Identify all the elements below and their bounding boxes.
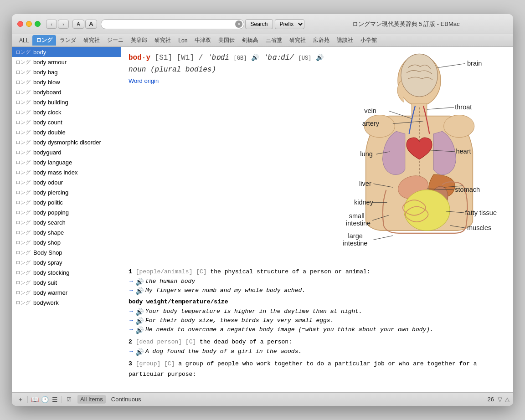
sidebar-item-body-double[interactable]: ロング body double [12,127,121,137]
history-icon[interactable]: 🕐 [40,394,50,405]
tab-jeanie[interactable]: ジーニ [103,35,127,46]
sidebar-item-body-popping[interactable]: ロング body popping [12,207,121,217]
minimize-button[interactable] [26,21,32,27]
search-area: body × Search Prefix [101,19,304,29]
sidebar-word: body [33,49,117,56]
font-decrease-button[interactable]: A [72,20,84,29]
tab-eijiro[interactable]: 英辞郎 [127,35,151,46]
sidebar-item-body-suit[interactable]: ロング body suit [12,277,121,287]
tab-kodansha[interactable]: 講談社 [333,35,357,46]
tab-all[interactable]: ALL [15,36,32,45]
tab-kenkyusha3[interactable]: 研究社 [286,35,309,46]
forward-button[interactable]: › [58,20,69,29]
sidebar-item-body-shape[interactable]: ロング body shape [12,227,121,237]
bold-phrase: body weight/temperature/size [129,298,228,305]
svg-text:brain: brain [467,60,482,67]
maximize-button[interactable] [35,21,41,27]
checkbox-icon[interactable]: ☑ [64,394,74,405]
sidebar-item-body-stocking[interactable]: ロング body stocking [12,267,121,277]
sidebar-item-body-odour[interactable]: ロング body odour [12,177,121,187]
sidebar-item-body-piercing[interactable]: ロング body piercing [12,187,121,197]
audio-icon-6[interactable]: 🔊 [135,348,144,356]
tab-longman[interactable]: ロング [32,35,56,46]
prefix-select[interactable]: Prefix [275,19,304,29]
sidebar-item-body-search[interactable]: ロング body search [12,217,121,227]
search-button[interactable]: Search [245,19,273,29]
tab-sanshodo[interactable]: 三省堂 [262,35,286,46]
svg-text:artery: artery [362,120,380,127]
audio-icon-4[interactable]: 🔊 [135,317,144,325]
svg-text:throat: throat [455,103,472,111]
entry-pos: noun (plural bodies) [129,66,216,74]
audio-icon-1[interactable]: 🔊 [135,278,144,286]
add-button[interactable]: + [15,394,26,405]
svg-point-3 [444,115,474,137]
example-text-1-2: My fingers were numb and my whole body a… [145,287,305,294]
tab-kojien[interactable]: 広辞苑 [309,35,333,46]
sidebar-item-body-building[interactable]: ロング body building [12,97,121,107]
sidebar-item-body-language[interactable]: ロング body language [12,157,121,167]
next-page-button[interactable]: △ [505,396,510,403]
bold-phrase-section: body weight/temperature/size [129,298,506,305]
tab-shogakukan[interactable]: 小学館 [357,35,381,46]
audio-icon-5[interactable]: 🔊 [135,326,144,334]
dict-tabs: ALL ロング ランダ 研究社 ジーニ 英辞郎 研究社 Lon 牛津双 美国伝 … [12,34,513,47]
gb-audio-icon[interactable]: 🔊 [251,54,259,61]
tab-meirika[interactable]: 美国伝 [215,35,238,46]
all-items-label[interactable]: All Items [77,395,106,404]
close-button[interactable] [17,21,23,27]
extra-example-1: → 🔊 Your body temperature is higher in t… [129,308,506,316]
sidebar-item-bodyguard[interactable]: ロング bodyguard [12,147,121,157]
list-icon[interactable]: ☰ [50,394,60,405]
us-audio-icon[interactable]: 🔊 [316,54,324,61]
tab-random[interactable]: ランダ [56,35,80,46]
sidebar-item-body-politic[interactable]: ロング body politic [12,197,121,207]
sidebar-item-body-dysmorphic[interactable]: ロング body dysmorphic disorder [12,137,121,147]
def-2-text: 2 [dead person] [C] the dead body of a p… [129,338,292,345]
sidebar-item-body-shop-lower[interactable]: ロング body shop [12,237,121,247]
tab-utsunomiya[interactable]: 牛津双 [191,35,215,46]
example-2-1: → 🔊 A dog found the body of a girl in th… [129,348,506,356]
sidebar-item-body-bag[interactable]: ロング body bag [12,67,121,77]
anatomy-figure: brain vein throat artery lun [333,52,506,262]
tab-lon[interactable]: Lon [175,36,191,45]
tab-kenkyusha1[interactable]: 研究社 [80,35,103,46]
tab-kenbridge[interactable]: 剣橋高 [238,35,262,46]
sidebar-item-body-count[interactable]: ロング body count [12,117,121,127]
audio-icon-3[interactable]: 🔊 [135,308,144,316]
sidebar-item-body[interactable]: ロング body [12,47,121,57]
content-panel[interactable]: brain vein throat artery lun [121,47,513,392]
arrow-icon-2: → [129,287,134,293]
svg-text:vein: vein [364,107,376,114]
definition-1: 1 [people/animals] [C] the physical stru… [129,267,506,295]
example-1-2: → 🔊 My fingers were numb and my whole bo… [129,287,506,295]
page-arrows: ▽ △ [498,396,510,403]
extra-example-text-3: He needs to overcome a negative body ima… [145,326,433,333]
prev-page-button[interactable]: ▽ [498,396,502,403]
font-increase-button[interactable]: A [85,20,97,29]
example-text-1-1: the human body [145,278,195,285]
search-input[interactable]: body [101,19,244,29]
sidebar-item-body-warmer[interactable]: ロング body warmer [12,287,121,297]
sidebar-item-body-clock[interactable]: ロング body clock [12,107,121,117]
extra-example-2: → 🔊 For their body size, these birds lay… [129,317,506,325]
back-button[interactable]: ‹ [46,20,57,29]
sidebar-item-body-mass-index[interactable]: ロング body mass index [12,167,121,177]
sep-1 [27,396,28,403]
arrow-icon-1: → [129,278,134,284]
sidebar-item-body-blow[interactable]: ロング body blow [12,77,121,87]
book-icon[interactable]: 📖 [30,394,40,405]
sidebar-item-body-shop-upper[interactable]: ロング Body Shop [12,247,121,257]
search-clear-button[interactable]: × [235,20,242,28]
svg-text:muscles: muscles [467,224,491,231]
svg-point-8 [404,190,450,230]
sidebar-item-body-armour[interactable]: ロング body armour [12,57,121,67]
audio-icon-2[interactable]: 🔊 [135,287,144,295]
sidebar-item-bodywork[interactable]: ロング bodywork [12,297,121,307]
anatomy-diagram: brain vein throat artery lun [333,52,506,261]
sidebar-item-bodyboard[interactable]: ロング bodyboard [12,87,121,97]
sidebar-item-body-spray[interactable]: ロング body spray [12,257,121,267]
entry-pron-gb: ˈbɒdi [207,54,229,62]
tab-kenkyusha2[interactable]: 研究社 [151,35,175,46]
svg-point-4 [401,54,438,97]
